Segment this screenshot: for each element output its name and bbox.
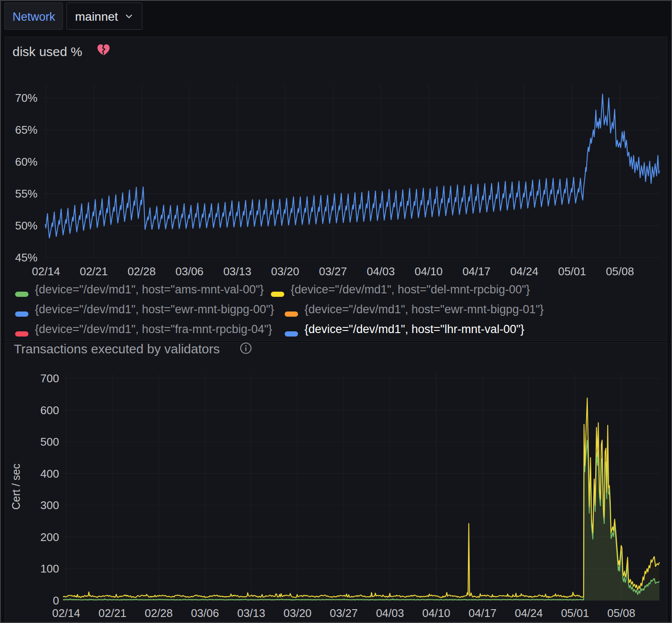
svg-text:05/08: 05/08 [607,607,635,620]
svg-text:03/13: 03/13 [223,265,251,278]
svg-text:50%: 50% [15,219,38,232]
svg-text:200: 200 [41,531,59,544]
svg-text:45%: 45% [15,251,38,264]
svg-text:03/20: 03/20 [271,265,299,278]
svg-text:03/06: 03/06 [176,265,204,278]
svg-text:04/24: 04/24 [510,265,538,278]
svg-text:04/24: 04/24 [515,607,543,620]
svg-text:04/03: 04/03 [367,265,395,278]
svg-text:03/13: 03/13 [237,607,265,620]
svg-text:03/06: 03/06 [191,607,219,620]
svg-text:04/03: 04/03 [376,607,404,620]
svg-text:65%: 65% [15,123,38,136]
svg-text:02/28: 02/28 [144,607,173,620]
svg-text:02/21: 02/21 [98,607,126,620]
svg-text:05/08: 05/08 [606,265,634,278]
svg-text:02/21: 02/21 [80,265,108,278]
svg-text:55%: 55% [15,187,38,200]
svg-text:03/27: 03/27 [319,265,347,278]
svg-text:60%: 60% [15,155,38,168]
svg-text:70%: 70% [15,91,38,104]
svg-text:04/10: 04/10 [422,607,450,620]
svg-text:500: 500 [41,435,59,448]
svg-text:03/27: 03/27 [330,607,358,620]
svg-text:03/20: 03/20 [283,607,311,620]
svg-text:300: 300 [41,499,59,512]
svg-text:02/28: 02/28 [128,265,156,278]
svg-text:0: 0 [53,594,59,607]
svg-text:04/17: 04/17 [462,265,490,278]
svg-text:400: 400 [41,467,59,480]
svg-text:05/01: 05/01 [561,607,589,620]
svg-text:02/14: 02/14 [32,265,60,278]
svg-text:100: 100 [41,562,59,575]
svg-text:700: 700 [41,372,59,385]
svg-text:04/10: 04/10 [415,265,443,278]
svg-text:05/01: 05/01 [558,265,586,278]
svg-text:600: 600 [41,404,59,417]
svg-text:Cert / sec: Cert / sec [10,464,22,510]
svg-text:04/17: 04/17 [468,607,496,620]
svg-text:02/14: 02/14 [52,607,80,620]
